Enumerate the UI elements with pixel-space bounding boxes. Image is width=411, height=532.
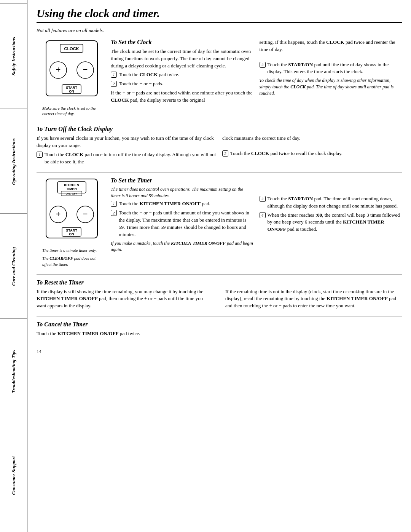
set-timer-italic2: If you make a mistake, touch the KITCHEN…: [111, 240, 253, 253]
svg-text:−: −: [83, 65, 88, 74]
reset-timer-left: If the display is still showing the time…: [37, 288, 219, 312]
svg-text:CLOCK: CLOCK: [64, 46, 79, 51]
set-clock-section: CLOCK + − START ON Make sure the clock i…: [37, 39, 402, 121]
timer-device-svg: KITCHEN TIMER ON / OFF + − START ON: [42, 177, 101, 248]
set-clock-right-text1: setting. If this happens, touch the CLOC…: [260, 39, 402, 53]
svg-text:+: +: [56, 209, 61, 219]
page-title: Using the clock and timer.: [37, 7, 402, 23]
sidebar-item-care: Care and Cleaning: [0, 214, 27, 319]
svg-text:ON: ON: [69, 89, 74, 93]
sidebar-sections: Safety Instructions Operating Instructio…: [0, 4, 27, 528]
turn-off-step2: 2 Touch the CLOCK pad twice to recall th…: [222, 150, 402, 157]
set-clock-step2: 2 Touch the + or − pads.: [111, 80, 253, 88]
cancel-timer-section: To Cancel the Timer Touch the KITCHEN TI…: [37, 321, 402, 344]
clock-device-area: CLOCK + − START ON Make sure the clock i…: [37, 39, 111, 117]
set-clock-step3: 3 Touch the START/ON pad until the time …: [260, 61, 402, 76]
clock-device-svg: CLOCK + − START ON: [42, 39, 101, 105]
turn-off-clock-cols: If you have several clocks in your kitch…: [37, 135, 402, 167]
reset-timer-row: If the display is still showing the time…: [37, 288, 402, 312]
reset-timer-right: If the remaining time is not in the disp…: [225, 288, 402, 312]
set-timer-step3: 3 Touch the START/ON pad. The time will …: [260, 195, 402, 210]
sidebar-item-operating: Operating Instructions: [0, 109, 27, 214]
timer-device-area: KITCHEN TIMER ON / OFF + − START ON: [37, 177, 111, 270]
sidebar: Safety Instructions Operating Instructio…: [0, 0, 27, 532]
set-clock-italic-note: To check the time of day when the displa…: [260, 77, 402, 96]
set-timer-italic1: The timer does not control oven operatio…: [111, 186, 253, 199]
set-timer-step4: 4 When the timer reaches :00, the contro…: [260, 212, 402, 233]
svg-text:START: START: [66, 86, 77, 89]
set-timer-right: 3 Touch the START/ON pad. The time will …: [260, 177, 402, 270]
svg-text:ON / OFF: ON / OFF: [66, 192, 77, 195]
svg-text:−: −: [83, 209, 88, 219]
set-clock-body2: If the + or − pads are not touched withi…: [111, 89, 253, 104]
main-content: Using the clock and timer. Not all featu…: [27, 0, 411, 532]
cancel-timer-text: Touch the KITCHEN TIMER ON/OFF pad twice…: [37, 330, 402, 337]
set-clock-left: To Set the Clock The clock must be set t…: [111, 39, 253, 117]
clock-device-caption: Make sure the clock is set to the correc…: [42, 105, 101, 117]
set-timer-left: To Set the Timer The timer does not cont…: [111, 177, 253, 270]
sidebar-item-safety: Safety Instructions: [0, 4, 27, 109]
set-clock-content: To Set the Clock The clock must be set t…: [111, 39, 402, 117]
sidebar-item-troubleshooting: Troubleshooting Tips: [0, 319, 27, 424]
turn-off-clock-section: To Turn Off the Clock Display If you hav…: [37, 126, 402, 172]
set-clock-step1: 1 Touch the CLOCK pad twice.: [111, 71, 253, 78]
set-timer-heading: To Set the Timer: [111, 177, 253, 184]
turn-off-step1: 1 Touch the CLOCK pad once to turn off t…: [37, 151, 216, 166]
reset-timer-heading: To Reset the Timer: [37, 279, 402, 286]
svg-text:START: START: [66, 228, 77, 232]
set-clock-heading: To Set the Clock: [111, 39, 253, 46]
reset-timer-section: To Reset the Timer If the display is sti…: [37, 279, 402, 317]
set-timer-section: KITCHEN TIMER ON / OFF + − START ON: [37, 177, 402, 275]
turn-off-clock-heading: To Turn Off the Clock Display: [37, 126, 402, 133]
set-clock-right: setting. If this happens, touch the CLOC…: [260, 39, 402, 117]
turn-off-clock-left: If you have several clocks in your kitch…: [37, 135, 216, 167]
svg-text:+: +: [56, 65, 61, 74]
set-timer-step1: 1 Touch the KITCHEN TIMER ON/OFF pad.: [111, 200, 253, 208]
set-timer-content: To Set the Timer The timer does not cont…: [111, 177, 402, 270]
subtitle: Not all features are on all models.: [37, 27, 402, 34]
svg-text:KITCHEN: KITCHEN: [64, 183, 79, 187]
set-clock-body1: The clock must be set to the correct tim…: [111, 48, 253, 70]
cancel-timer-heading: To Cancel the Timer: [37, 321, 402, 328]
svg-text:TIMER: TIMER: [66, 187, 77, 191]
turn-off-clock-right: clock maintains the correct time of day.…: [222, 135, 402, 167]
svg-text:ON: ON: [69, 232, 74, 236]
turn-off-clock-content: To Turn Off the Clock Display If you hav…: [37, 126, 402, 167]
page-number: 14: [37, 348, 402, 355]
sidebar-item-consumer: Consumer Support: [0, 423, 27, 528]
timer-device-caption: The timer is a minute timer only. The CL…: [42, 248, 101, 270]
set-timer-step2: 2 Touch the + or − pads until the amount…: [111, 209, 253, 238]
